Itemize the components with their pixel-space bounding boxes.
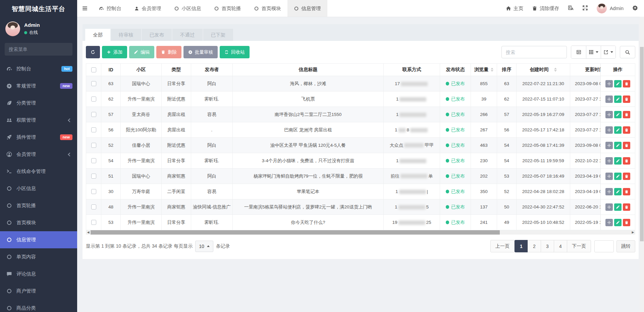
sidebar-item-12[interactable]: 评论信息 <box>0 265 77 283</box>
scrollbar-thumb[interactable] <box>91 230 500 235</box>
topnav-tab-3[interactable]: 首页轮播 <box>208 0 248 17</box>
filter-tab-4[interactable]: 已下架 <box>203 29 233 41</box>
page-button-1[interactable]: 1 <box>515 240 528 252</box>
row-edit-button[interactable] <box>614 80 622 87</box>
page-button-3[interactable]: 3 <box>541 240 554 252</box>
next-page-button[interactable]: 下一页 <box>567 240 591 252</box>
prev-page-button[interactable]: 上一页 <box>490 240 515 252</box>
row-move-button[interactable] <box>605 173 613 180</box>
sidebar-item-10[interactable]: 信息管理 <box>0 231 77 248</box>
row-delete-button[interactable] <box>623 173 630 180</box>
row-checkbox[interactable] <box>91 220 96 225</box>
sidebar-item-13[interactable]: 商户管理 <box>0 283 77 300</box>
row-move-button[interactable] <box>605 188 613 195</box>
row-checkbox[interactable] <box>91 97 96 102</box>
filter-tab-0[interactable]: 全部 <box>85 29 110 41</box>
select-all-checkbox[interactable] <box>91 67 96 72</box>
user-menu-button[interactable]: Admin <box>597 3 624 13</box>
row-checkbox[interactable] <box>91 189 96 194</box>
row-edit-button[interactable] <box>614 188 622 195</box>
detail-view-button[interactable] <box>571 46 586 58</box>
row-delete-button[interactable] <box>623 188 630 195</box>
row-move-button[interactable] <box>605 157 613 165</box>
row-checkbox[interactable] <box>91 204 96 209</box>
sidebar-item-11[interactable]: 单页内容 <box>0 248 77 265</box>
row-edit-button[interactable] <box>614 126 622 134</box>
topnav-tab-2[interactable]: 小区信息 <box>168 0 208 17</box>
refresh-button[interactable] <box>86 46 100 58</box>
export-button[interactable] <box>601 46 615 58</box>
filter-tab-2[interactable]: 已发布 <box>142 29 172 41</box>
search-submit-button[interactable] <box>620 46 635 58</box>
jump-page-input[interactable] <box>594 240 614 252</box>
topnav-tab-1[interactable]: 会员管理 <box>128 0 168 17</box>
col-created-sortable[interactable]: 创建时间 <box>517 63 570 76</box>
filter-tab-1[interactable]: 待审核 <box>111 29 141 41</box>
recycle-bin-button[interactable]: 回收站 <box>220 46 250 58</box>
row-checkbox[interactable] <box>91 158 96 163</box>
topnav-tab-0[interactable]: 控制台 <box>93 0 128 17</box>
sidebar-item-7[interactable]: 小区信息 <box>0 180 77 197</box>
row-move-button[interactable] <box>605 219 613 226</box>
row-checkbox[interactable] <box>91 112 96 117</box>
row-delete-button[interactable] <box>623 203 630 211</box>
sidebar-item-8[interactable]: 首页轮播 <box>0 197 77 214</box>
sidebar-item-3[interactable]: 权限管理 <box>0 112 77 129</box>
row-delete-button[interactable] <box>623 126 630 134</box>
sidebar-item-6[interactable]: 在线命令管理 <box>0 163 77 180</box>
horizontal-scrollbar[interactable]: ◀ ▶ <box>86 230 635 235</box>
row-delete-button[interactable] <box>623 219 630 226</box>
row-edit-button[interactable] <box>614 203 622 211</box>
row-checkbox[interactable] <box>91 143 96 148</box>
topnav-tab-5[interactable]: 信息管理 <box>287 0 327 17</box>
row-edit-button[interactable] <box>614 142 622 149</box>
scrollbar-thumb[interactable] <box>640 47 644 241</box>
sidebar-item-0[interactable]: 控制台hot <box>0 60 77 77</box>
sidebar-search-input[interactable] <box>9 47 69 52</box>
row-checkbox[interactable] <box>91 81 96 86</box>
row-move-button[interactable] <box>605 126 613 134</box>
sidebar-item-9[interactable]: 首页模块 <box>0 214 77 231</box>
translate-button[interactable] <box>568 5 574 12</box>
edit-button[interactable]: 编辑 <box>129 46 154 58</box>
row-move-button[interactable] <box>605 111 613 118</box>
row-checkbox[interactable] <box>91 127 96 132</box>
sidebar-item-1[interactable]: 常规管理new <box>0 77 77 95</box>
table-search-input[interactable] <box>501 46 567 58</box>
add-button[interactable]: 添加 <box>102 46 127 58</box>
row-edit-button[interactable] <box>614 219 622 226</box>
scroll-left-arrow-icon[interactable]: ◀ <box>86 230 91 235</box>
columns-button[interactable] <box>586 46 601 58</box>
row-move-button[interactable] <box>605 203 613 211</box>
col-views-sortable[interactable]: 浏览量 <box>471 63 497 76</box>
sidebar-item-14[interactable]: 商品分类 <box>0 300 77 312</box>
batch-audit-button[interactable]: 批量审核 <box>183 46 218 58</box>
sidebar-item-2[interactable]: 分类管理 <box>0 95 77 112</box>
row-delete-button[interactable] <box>623 80 630 87</box>
filter-tab-3[interactable]: 不通过 <box>172 29 203 41</box>
row-delete-button[interactable] <box>623 157 630 165</box>
topnav-tab-4[interactable]: 首页模块 <box>248 0 287 17</box>
menu-toggle-button[interactable] <box>77 0 93 17</box>
sidebar-item-4[interactable]: 插件管理new <box>0 129 77 146</box>
row-move-button[interactable] <box>605 96 613 103</box>
row-move-button[interactable] <box>605 80 613 87</box>
jump-button[interactable]: 跳转 <box>616 240 635 252</box>
page-button-4[interactable]: 4 <box>554 240 567 252</box>
row-edit-button[interactable] <box>614 157 622 165</box>
row-delete-button[interactable] <box>623 111 630 118</box>
delete-button[interactable]: 删除 <box>156 46 181 58</box>
row-edit-button[interactable] <box>614 96 622 103</box>
row-checkbox[interactable] <box>91 174 96 179</box>
row-delete-button[interactable] <box>623 142 630 149</box>
row-edit-button[interactable] <box>614 111 622 118</box>
page-button-2[interactable]: 2 <box>528 240 541 252</box>
page-size-select[interactable]: 10 <box>195 241 213 252</box>
scroll-right-arrow-icon[interactable]: ▶ <box>631 230 635 235</box>
row-delete-button[interactable] <box>623 96 630 103</box>
fullscreen-button[interactable] <box>582 5 588 12</box>
home-link[interactable]: 主页 <box>506 5 523 12</box>
row-move-button[interactable] <box>605 142 613 149</box>
clear-cache-link[interactable]: 清除缓存 <box>532 5 559 12</box>
sidebar-item-5[interactable]: 会员管理 <box>0 146 77 163</box>
